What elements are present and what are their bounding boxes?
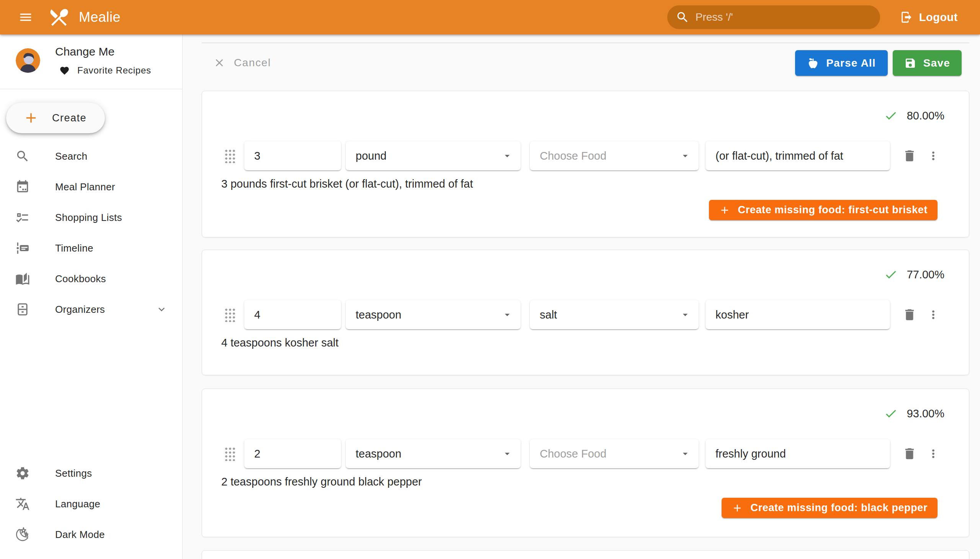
unit-select[interactable]: teaspoon [346,439,521,468]
drag-handle[interactable] [224,447,235,461]
file-cabinet-icon [15,302,30,317]
create-missing-food-label: Create missing food: black pepper [751,502,927,514]
ingredient-card: 80.00% pound Choose Food [202,91,969,237]
save-icon [904,57,916,69]
app-header: Mealie Logout [0,0,980,35]
check-icon [884,109,898,122]
unit-select[interactable]: pound [346,141,521,170]
ingredient-card: 93.00% teaspoon Choose Food [202,389,969,537]
drag-handle[interactable] [224,149,235,163]
apple-icon [807,57,819,69]
parse-all-label: Parse All [826,57,876,69]
avatar[interactable] [16,48,40,73]
timeline-icon [15,241,30,255]
delete-button[interactable] [900,444,919,463]
original-text: 2 teaspoons freshly ground black pepper [221,476,422,488]
menu-down-icon [501,448,513,460]
sidebar-item-label: Meal Planner [55,181,115,193]
delete-button[interactable] [900,146,919,165]
sidebar-item-settings[interactable]: Settings [0,458,182,489]
create-missing-food-button[interactable]: Create missing food: black pepper [722,498,937,518]
create-missing-food-label: Create missing food: first-cut brisket [738,204,927,216]
logout-icon [900,11,913,24]
ingredient-fields-row: teaspoon salt [224,300,942,329]
app-title: Mealie [79,9,121,25]
cancel-label: Cancel [234,57,271,69]
delete-button[interactable] [900,305,919,324]
create-button[interactable]: Create [6,103,105,133]
parse-all-button[interactable]: Parse All [795,50,888,76]
sidebar-item-label: Timeline [55,242,93,254]
sidebar-item-search[interactable]: Search [0,141,182,172]
user-section: Change Me Favorite Recipes [0,35,182,89]
more-options-button[interactable] [924,147,942,165]
sidebar-nav: Search Meal Planner Shopping Lists Timel… [0,141,182,325]
chevron-down-icon [155,303,168,316]
sidebar-item-meal-planner[interactable]: Meal Planner [0,172,182,202]
plus-icon [719,205,730,216]
quantity-input[interactable] [244,141,341,170]
menu-icon [18,10,33,25]
more-options-button[interactable] [924,306,942,324]
sidebar-item-label: Settings [55,468,92,480]
sidebar-item-timeline[interactable]: Timeline [0,233,182,263]
food-select[interactable]: Choose Food [530,141,699,170]
menu-button[interactable] [15,6,37,28]
search-input[interactable] [696,11,872,23]
sidebar-item-label: Cookbooks [55,273,106,285]
favorite-recipes-label: Favorite Recipes [77,65,151,76]
create-missing-food-button[interactable]: Create missing food: first-cut brisket [709,200,937,220]
food-select[interactable]: Choose Food [530,439,699,468]
moon-icon [15,527,30,542]
menu-down-icon [501,150,513,162]
gear-icon [15,466,30,481]
quantity-input[interactable] [244,439,341,468]
sidebar-item-cookbooks[interactable]: Cookbooks [0,263,182,294]
note-input[interactable] [706,141,890,170]
favorite-recipes-link[interactable]: Favorite Recipes [59,65,151,76]
scrolled-card-edge [202,43,969,43]
menu-down-icon [679,150,691,162]
sidebar-item-label: Search [55,150,87,162]
original-text: 4 teaspoons kosher salt [221,337,339,349]
more-options-button[interactable] [924,445,942,463]
close-icon [213,57,225,69]
trash-icon [902,149,917,163]
sidebar-item-shopping-lists[interactable]: Shopping Lists [0,202,182,233]
logout-button[interactable]: Logout [900,11,958,24]
global-search[interactable] [667,5,880,29]
note-input[interactable] [706,300,890,329]
save-button[interactable]: Save [893,50,962,76]
heart-icon [59,66,70,76]
dots-vertical-icon [927,149,940,162]
menu-down-icon [501,309,513,321]
unit-select[interactable]: teaspoon [346,300,521,329]
trash-icon [902,447,917,461]
sidebar-item-organizers[interactable]: Organizers [0,294,182,325]
sidebar-item-language[interactable]: Language [0,489,182,519]
ingredient-card-partial [202,550,969,559]
sidebar-item-dark-mode[interactable]: Dark Mode [0,519,182,550]
food-select[interactable]: salt [530,300,699,329]
mealie-app: Mealie Logout Change Me Favorite Recipes… [0,0,980,559]
save-label: Save [923,57,950,69]
sidebar: Change Me Favorite Recipes Create Search… [0,35,183,559]
confidence-badge: 93.00% [884,407,944,420]
menu-down-icon [679,309,691,321]
sidebar-footer: Settings Language Dark Mode [0,458,182,550]
calendar-icon [15,180,30,194]
translate-icon [15,496,30,511]
drag-handle[interactable] [224,308,235,322]
ingredient-fields-row: pound Choose Food [224,141,942,170]
note-input[interactable] [706,439,890,468]
main-content: Cancel Parse All Save 80.00% pound [183,35,980,559]
sidebar-divider [0,89,182,89]
quantity-input[interactable] [244,300,341,329]
cancel-button[interactable]: Cancel [213,50,271,76]
sidebar-item-label: Dark Mode [55,529,105,541]
dots-vertical-icon [927,308,940,321]
book-open-icon [15,271,30,286]
sidebar-item-label: Language [55,498,100,510]
checklist-icon [15,210,30,225]
confidence-badge: 77.00% [884,268,944,281]
